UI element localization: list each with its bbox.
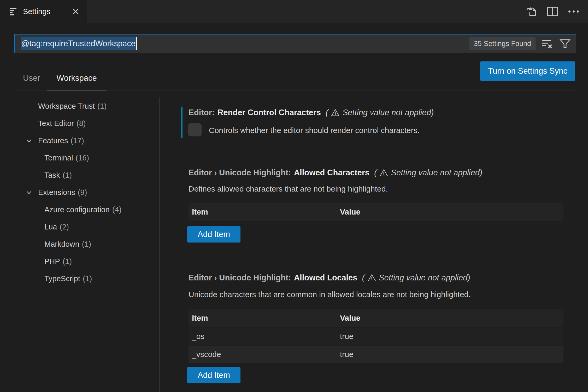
setting-category: Editor: [189, 108, 215, 117]
warning-text: Setting value not applied [379, 273, 468, 283]
table-cell-item: _vscode [189, 350, 340, 359]
close-icon[interactable] [71, 7, 80, 16]
sidebar-item-azure-configuration[interactable]: Azure configuration (4) [10, 201, 157, 218]
table-header-item: Item [189, 207, 340, 216]
setting-title-allowed-characters: Editor › Unicode Highlight: Allowed Char… [189, 166, 482, 179]
tree-item-label: Azure configuration [44, 205, 110, 214]
setting-name: Allowed Locales [294, 273, 357, 283]
table-header-item: Item [189, 314, 340, 322]
table-header-value: Value [340, 207, 563, 216]
tree-item-count: (2) [60, 223, 69, 231]
search-controls: 35 Settings Found [469, 37, 571, 50]
tree-item-count: (16) [76, 154, 89, 162]
filter-icon[interactable] [559, 38, 571, 50]
tree-item-label: Features [38, 136, 68, 145]
clear-filters-icon[interactable] [541, 38, 553, 50]
setting-description: Controls whether the editor should rende… [209, 124, 420, 137]
sidebar-item-php[interactable]: PHP (1) [10, 253, 157, 270]
tree-item-label: Lua [44, 223, 57, 231]
table-row-os[interactable]: _os true [189, 328, 563, 345]
tree-item-count: (17) [70, 136, 84, 145]
setting-description: Defines allowed characters that are not … [189, 183, 388, 195]
sidebar-item-text-editor[interactable]: Text Editor (8) [10, 115, 157, 132]
settings-list-icon [9, 7, 18, 16]
sidebar-item-extensions[interactable]: Extensions (9) [10, 184, 157, 201]
tree-item-count: (9) [78, 188, 87, 197]
setting-category: Editor › Unicode Highlight: [189, 273, 291, 283]
tree-item-count: (1) [97, 102, 107, 111]
setting-description: Unicode characters that are common in al… [189, 288, 471, 301]
tree-item-label: Task [44, 171, 60, 180]
sidebar-item-lua[interactable]: Lua (2) [10, 218, 157, 235]
tab-settings[interactable]: Settings [0, 0, 87, 23]
settings-toc-tree: Workspace Trust (1) Text Editor (8) Feat… [10, 97, 157, 287]
tree-item-label: Text Editor [38, 119, 74, 128]
tree-item-label: Markdown [44, 240, 79, 249]
sidebar-item-markdown[interactable]: Markdown (1) [10, 235, 157, 253]
tree-item-count: (1) [63, 171, 72, 180]
tree-item-label: TypeScript [44, 274, 80, 283]
sidebar-item-task[interactable]: Task (1) [10, 166, 157, 184]
tree-item-label: Terminal [44, 154, 73, 162]
tree-item-count: (1) [82, 240, 91, 249]
scope-tab-user[interactable]: User [17, 66, 46, 90]
warning-close-paren: ) [431, 108, 434, 117]
warning-open-paren: ( [362, 273, 365, 283]
table-cell-item: _os [189, 332, 340, 341]
warning-text: Setting value not applied [342, 108, 431, 117]
scope-tab-workspace[interactable]: Workspace [47, 66, 106, 90]
tree-item-count: (1) [63, 257, 72, 266]
warning-icon [331, 108, 340, 117]
setting-name: Render Control Characters [217, 108, 321, 117]
editor-actions [525, 0, 580, 23]
table-header-value: Value [340, 314, 563, 322]
tree-item-label: Workspace Trust [38, 102, 95, 111]
results-count-badge: 35 Settings Found [469, 37, 536, 50]
add-item-button[interactable]: Add Item [187, 226, 240, 243]
tree-item-label: PHP [44, 257, 60, 266]
warning-close-paren: ) [480, 168, 482, 177]
setting-warning: ( Setting value not applied ) [374, 168, 482, 177]
tab-title: Settings [23, 7, 50, 16]
warning-icon [367, 273, 376, 282]
setting-warning: ( Setting value not applied ) [362, 273, 470, 283]
open-settings-json-icon[interactable] [525, 5, 538, 18]
sidebar-item-features[interactable]: Features (17) [10, 132, 157, 149]
warning-icon [379, 168, 388, 177]
setting-category: Editor › Unicode Highlight: [189, 168, 291, 177]
tree-item-count: (4) [112, 205, 121, 214]
warning-text: Setting value not applied [391, 168, 480, 177]
sidebar-divider [159, 97, 160, 392]
add-item-button[interactable]: Add Item [187, 367, 240, 383]
chevron-down-icon [25, 137, 33, 145]
render-control-characters-checkbox[interactable] [188, 123, 202, 136]
chevron-down-icon [25, 189, 33, 197]
tree-item-count: (1) [83, 274, 92, 283]
warning-close-paren: ) [467, 273, 470, 283]
more-actions-icon[interactable] [567, 5, 580, 18]
table-header-row: Item Value [189, 203, 563, 221]
allowed-locales-table: Item Value _os true _vscode true [189, 309, 563, 363]
turn-on-settings-sync-button[interactable]: Turn on Settings Sync [480, 61, 575, 81]
setting-name: Allowed Characters [294, 168, 369, 177]
warning-open-paren: ( [326, 108, 328, 117]
table-row-vscode[interactable]: _vscode true [189, 346, 563, 363]
search-query-text: @tag:requireTrustedWorkspace [21, 37, 136, 50]
setting-title-allowed-locales: Editor › Unicode Highlight: Allowed Loca… [189, 272, 470, 284]
sidebar-item-terminal[interactable]: Terminal (16) [10, 149, 157, 166]
warning-open-paren: ( [374, 168, 377, 177]
sidebar-item-workspace-trust[interactable]: Workspace Trust (1) [10, 97, 157, 115]
setting-title-render-control-characters: Editor: Render Control Characters ( Sett… [189, 106, 434, 119]
table-cell-value: true [340, 332, 563, 341]
table-cell-value: true [340, 350, 563, 359]
modified-setting-indicator [181, 107, 183, 138]
settings-search-input[interactable]: @tag:requireTrustedWorkspace 35 Settings… [14, 34, 576, 53]
setting-warning: ( Setting value not applied ) [326, 108, 434, 117]
split-editor-icon[interactable] [546, 5, 559, 18]
tree-item-count: (8) [77, 119, 86, 128]
editor-tab-bar: Settings [0, 0, 588, 23]
text-caret [136, 37, 137, 50]
table-header-row: Item Value [189, 309, 563, 327]
sidebar-item-typescript[interactable]: TypeScript (1) [10, 270, 157, 287]
tree-item-label: Extensions [38, 188, 75, 197]
